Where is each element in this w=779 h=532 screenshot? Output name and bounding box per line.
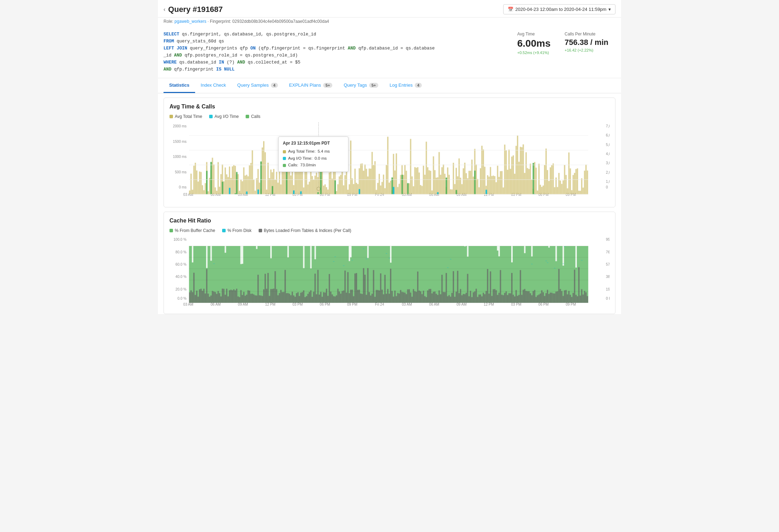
role-label: Role:: [164, 19, 173, 24]
tooltip-value-avg-total: 5.4 ms: [318, 148, 330, 155]
cache-hit-canvas: [169, 244, 610, 308]
tab-query-tags[interactable]: Query Tags 5+: [338, 78, 384, 93]
legend-disk: % From Disk: [222, 228, 252, 233]
legend-avg-io-time-dot: [209, 115, 213, 118]
legend-bytes-loaded-dot: [259, 229, 262, 232]
tabs-bar: Statistics Index Check Query Samples 4 E…: [158, 78, 621, 93]
calls-label: Calls Per Minute: [565, 31, 595, 38]
legend-buffer-cache-label: % From Buffer Cache: [175, 228, 215, 233]
tooltip-label-calls: Calls:: [288, 162, 298, 169]
chart-tooltip: Apr 23 12:15:01pm PDT Avg Total Time: 5.…: [278, 137, 348, 172]
tab-query-samples-badge: 4: [271, 83, 278, 88]
legend-calls-label: Calls: [251, 114, 260, 119]
legend-avg-total-time-label: Avg Total Time: [175, 114, 202, 119]
avg-time-canvas: [169, 134, 610, 201]
tab-explain-plans[interactable]: EXPLAIN Plans 5+: [284, 78, 338, 93]
avg-time-delta: +0.52ms (+9.41%): [517, 50, 549, 56]
legend-avg-total-time: Avg Total Time: [169, 114, 202, 119]
legend-buffer-cache: % From Buffer Cache: [169, 228, 215, 233]
tab-query-tags-badge: 5+: [369, 83, 379, 88]
tab-statistics[interactable]: Statistics: [164, 78, 195, 93]
date-range-text: 2020-04-23 12:00am to 2020-04-24 11:59pm: [515, 7, 606, 12]
cache-hit-legend: % From Buffer Cache % From Disk Bytes Lo…: [169, 228, 610, 233]
svg-text:2000 ms: 2000 ms: [173, 124, 187, 128]
tooltip-label-avg-total: Avg Total Time:: [288, 148, 315, 155]
meta-line: Role: pgaweb_workers · Fingerprint: 0293…: [158, 18, 621, 27]
tooltip-title: Apr 23 12:15:01pm PDT: [283, 140, 344, 147]
cache-hit-ratio-panel: Cache Hit Ratio % From Buffer Cache % Fr…: [164, 212, 615, 314]
legend-avg-io-time-label: Avg I/O Time: [214, 114, 239, 119]
legend-bytes-loaded: Bytes Loaded From Tables & Indices (Per …: [259, 228, 351, 233]
legend-bytes-loaded-label: Bytes Loaded From Tables & Indices (Per …: [264, 228, 351, 233]
fingerprint-text: · Fingerprint: 02932ddb08b304c4e04b09500…: [207, 19, 329, 24]
legend-avg-total-time-dot: [169, 115, 173, 118]
avg-time-value: 6.00ms: [517, 38, 551, 49]
tab-explain-plans-label: EXPLAIN Plans: [289, 82, 321, 88]
calls-value: 756.38 / min: [565, 38, 608, 47]
page-header: ‹ Query #191687 📅 2020-04-23 12:00am to …: [158, 0, 621, 18]
tooltip-row-calls: Calls: 73.0/min: [283, 162, 344, 169]
svg-text:95.4 MB: 95.4 MB: [606, 238, 610, 241]
legend-disk-dot: [222, 229, 226, 232]
avg-time-chart-title: Avg Time & Calls: [169, 104, 610, 110]
avg-time-legend: Avg Total Time Avg I/O Time Calls: [169, 114, 610, 119]
tooltip-label-avg-io: Avg I/O Time:: [288, 155, 312, 162]
chevron-down-icon: ▾: [608, 7, 611, 12]
tab-query-samples[interactable]: Query Samples 4: [232, 78, 284, 93]
sql-block: SELECT qs.fingerprint, qs.database_id, q…: [158, 27, 621, 78]
calendar-icon: 📅: [508, 7, 513, 12]
avg-time-stat: Avg Time 6.00ms +0.52ms (+9.41%): [517, 31, 551, 56]
tooltip-dot-calls: [283, 164, 286, 167]
avg-time-calls-panel: Avg Time & Calls Avg Total Time Avg I/O …: [164, 98, 615, 207]
svg-text:100.0 %: 100.0 %: [173, 238, 186, 241]
legend-buffer-cache-dot: [169, 229, 173, 232]
tooltip-value-calls: 73.0/min: [300, 162, 316, 169]
legend-avg-io-time: Avg I/O Time: [209, 114, 239, 119]
legend-disk-label: % From Disk: [227, 228, 252, 233]
tab-log-entries-label: Log Entries: [390, 82, 413, 88]
avg-time-label: Avg Time: [517, 31, 535, 38]
svg-text:7,000: 7,000: [606, 124, 610, 128]
header-left: ‹ Query #191687: [164, 5, 223, 14]
tab-statistics-label: Statistics: [169, 82, 189, 88]
page-title: Query #191687: [168, 5, 222, 14]
tooltip-value-avg-io: 0.0 ms: [314, 155, 327, 162]
tooltip-row-avg-total: Avg Total Time: 5.4 ms: [283, 148, 344, 155]
cache-chart-area: 100.0 % 80.0 % 60.0 % 40.0 % 20.0 % 0.0 …: [169, 237, 610, 308]
calls-stat: Calls Per Minute 756.38 / min +16.42 (+2…: [565, 31, 608, 56]
tab-query-samples-label: Query Samples: [237, 82, 269, 88]
query-stats: Avg Time 6.00ms +0.52ms (+9.41%) Calls P…: [517, 31, 615, 56]
tooltip-row-avg-io: Avg I/O Time: 0.0 ms: [283, 155, 344, 162]
sql-code: SELECT qs.fingerprint, qs.database_id, q…: [164, 31, 509, 73]
tab-explain-plans-badge: 5+: [323, 83, 333, 88]
date-range-button[interactable]: 📅 2020-04-23 12:00am to 2020-04-24 11:59…: [503, 4, 615, 14]
tab-index-check[interactable]: Index Check: [195, 78, 232, 93]
role-link[interactable]: pgaweb_workers: [174, 19, 206, 24]
legend-calls: Calls: [246, 114, 260, 119]
tab-query-tags-label: Query Tags: [344, 82, 367, 88]
legend-calls-dot: [246, 115, 249, 118]
tab-log-entries[interactable]: Log Entries 4: [384, 78, 427, 93]
tab-index-check-label: Index Check: [201, 82, 226, 88]
tooltip-dot-avg-io: [283, 157, 286, 160]
calls-delta: +16.42 (+2.22%): [565, 47, 593, 54]
back-button[interactable]: ‹: [164, 6, 165, 13]
tab-log-entries-badge: 4: [415, 83, 422, 88]
tooltip-dot-avg-total: [283, 150, 286, 153]
cache-hit-ratio-title: Cache Hit Ratio: [169, 218, 610, 224]
